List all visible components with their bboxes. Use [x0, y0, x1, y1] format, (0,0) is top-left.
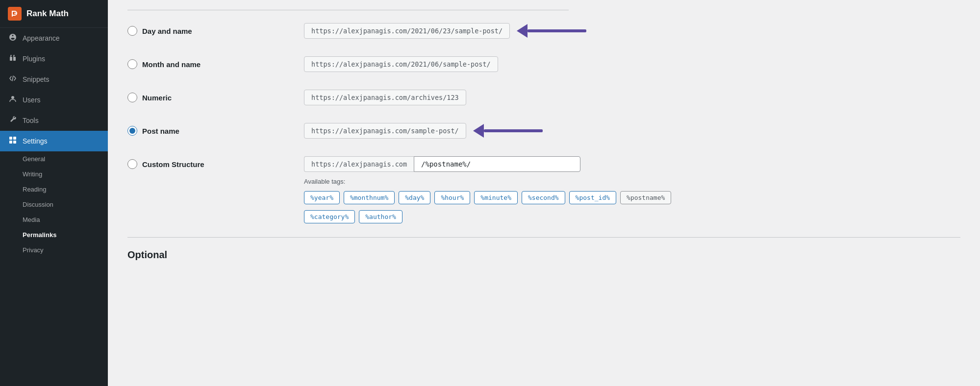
tag-monthnum[interactable]: %monthnum%: [344, 191, 395, 204]
sidebar-item-plugins[interactable]: Plugins: [0, 48, 108, 69]
arrow-head-icon: [473, 124, 484, 138]
brand-icon: [8, 7, 22, 21]
tag-hour[interactable]: %hour%: [434, 191, 470, 204]
tags-row-1: %year% %monthnum% %day% %hour% %minute% …: [304, 191, 671, 204]
url-numeric: https://alexjpanagis.com/archives/123: [304, 90, 466, 105]
custom-base-url: https://alexjpanagis.com: [304, 156, 414, 172]
settings-submenu: General Writing Reading Discussion Media…: [0, 151, 108, 258]
radio-numeric[interactable]: [127, 93, 137, 102]
appearance-icon: [8, 33, 18, 43]
option-row-custom-structure: Custom Structure https://alexjpanagis.co…: [127, 147, 960, 232]
arrow-post-name: [474, 124, 543, 138]
option-row-day-and-name: Day and name https://alexjpanagis.com/20…: [127, 14, 960, 48]
url-month-and-name: https://alexjpanagis.com/2021/06/sample-…: [304, 56, 498, 72]
sidebar-item-label: Settings: [23, 137, 48, 145]
option-label-cell: Custom Structure: [127, 156, 304, 169]
custom-structure-content: https://alexjpanagis.com Available tags:…: [304, 156, 671, 223]
tag-day[interactable]: %day%: [399, 191, 430, 204]
label-month-and-name: Month and name: [142, 60, 201, 69]
submenu-item-reading[interactable]: Reading: [0, 182, 108, 197]
sidebar-item-label: Plugins: [23, 55, 45, 63]
url-day-and-name: https://alexjpanagis.com/2021/06/23/samp…: [304, 23, 510, 39]
sidebar: Rank Math Appearance Plugins Snippets Us…: [0, 0, 108, 386]
arrow-body: [484, 129, 543, 132]
sidebar-item-label: Appearance: [23, 34, 60, 42]
tools-icon: [8, 116, 18, 125]
brand-label: Rank Math: [26, 9, 69, 19]
sidebar-brand[interactable]: Rank Math: [0, 0, 108, 28]
option-label-cell: Post name: [127, 123, 304, 136]
users-icon: [8, 95, 18, 105]
option-label-cell: Month and name: [127, 56, 304, 69]
option-value-day-and-name: https://alexjpanagis.com/2021/06/23/samp…: [304, 23, 960, 39]
label-custom-structure: Custom Structure: [142, 160, 204, 169]
sidebar-item-tools[interactable]: Tools: [0, 110, 108, 131]
radio-day-and-name[interactable]: [127, 26, 137, 36]
submenu-item-permalinks[interactable]: Permalinks: [0, 227, 108, 242]
radio-custom-structure[interactable]: [127, 159, 137, 169]
radio-month-and-name[interactable]: [127, 59, 137, 69]
svg-rect-6: [9, 141, 12, 144]
option-value-custom-structure: https://alexjpanagis.com Available tags:…: [304, 156, 960, 223]
custom-structure-inputs: https://alexjpanagis.com: [304, 156, 671, 172]
svg-rect-2: [13, 57, 16, 61]
option-label-cell: Numeric: [127, 90, 304, 102]
tag-second[interactable]: %second%: [522, 191, 565, 204]
submenu-item-media[interactable]: Media: [0, 212, 108, 227]
custom-structure-input[interactable]: [414, 156, 580, 172]
main-content: Day and name https://alexjpanagis.com/20…: [108, 0, 980, 386]
option-row-numeric: Numeric https://alexjpanagis.com/archive…: [127, 81, 960, 114]
option-value-post-name: https://alexjpanagis.com/sample-post/: [304, 123, 960, 139]
svg-rect-5: [13, 137, 16, 140]
available-tags-label: Available tags:: [304, 178, 671, 185]
option-label-cell: Day and name: [127, 23, 304, 36]
tags-row-2: %category% %author%: [304, 210, 671, 223]
arrow-head-icon: [517, 24, 528, 38]
sidebar-item-settings[interactable]: Settings: [0, 131, 108, 151]
sidebar-item-label: Tools: [23, 117, 39, 124]
svg-rect-1: [10, 57, 12, 61]
label-numeric: Numeric: [142, 94, 172, 102]
snippets-icon: [8, 74, 18, 84]
tag-minute[interactable]: %minute%: [474, 191, 518, 204]
svg-point-3: [11, 96, 14, 99]
sidebar-item-appearance[interactable]: Appearance: [0, 28, 108, 48]
submenu-item-writing[interactable]: Writing: [0, 167, 108, 182]
radio-post-name[interactable]: [127, 126, 137, 136]
option-row-month-and-name: Month and name https://alexjpanagis.com/…: [127, 48, 960, 81]
tag-category[interactable]: %category%: [304, 210, 355, 223]
tag-author[interactable]: %author%: [359, 210, 402, 223]
url-post-name: https://alexjpanagis.com/sample-post/: [304, 123, 466, 139]
sidebar-item-users[interactable]: Users: [0, 90, 108, 110]
submenu-item-general[interactable]: General: [0, 151, 108, 167]
top-divider: [127, 10, 569, 10]
arrow-day-and-name: [518, 24, 586, 38]
arrow-body: [528, 29, 586, 32]
svg-rect-4: [9, 137, 12, 140]
settings-icon: [8, 136, 18, 146]
label-post-name: Post name: [142, 127, 179, 135]
submenu-item-discussion[interactable]: Discussion: [0, 197, 108, 212]
option-value-numeric: https://alexjpanagis.com/archives/123: [304, 90, 960, 105]
tag-post-id[interactable]: %post_id%: [569, 191, 616, 204]
optional-heading: Optional: [127, 237, 960, 261]
label-day-and-name: Day and name: [142, 27, 192, 35]
option-row-post-name: Post name https://alexjpanagis.com/sampl…: [127, 114, 960, 147]
tag-postname[interactable]: %postname%: [620, 191, 671, 204]
sidebar-item-snippets[interactable]: Snippets: [0, 69, 108, 90]
plugins-icon: [8, 54, 18, 64]
sidebar-item-label: Snippets: [23, 75, 49, 83]
submenu-item-privacy[interactable]: Privacy: [0, 242, 108, 258]
tag-year[interactable]: %year%: [304, 191, 340, 204]
option-value-month-and-name: https://alexjpanagis.com/2021/06/sample-…: [304, 56, 960, 72]
sidebar-item-label: Users: [23, 96, 41, 104]
svg-rect-7: [13, 141, 16, 144]
